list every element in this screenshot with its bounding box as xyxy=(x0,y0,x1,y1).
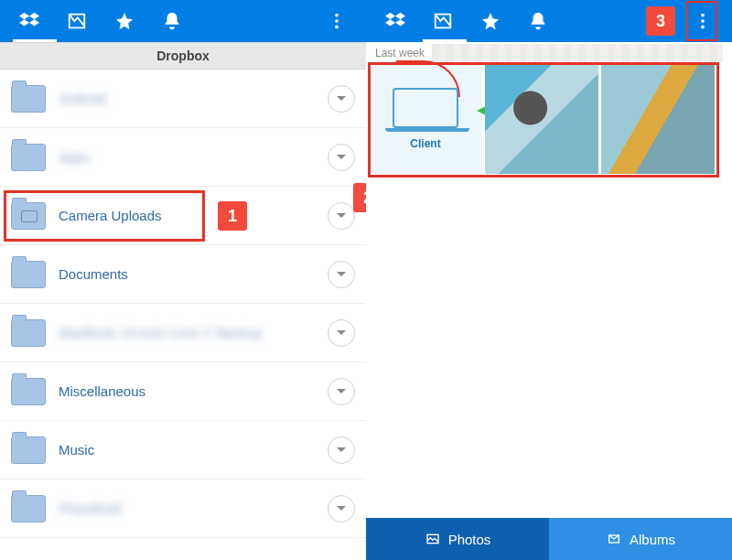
overflow-icon[interactable] xyxy=(313,0,361,42)
folder-row[interactable]: Apps 2 xyxy=(0,128,366,187)
step-badge-3: 3 xyxy=(646,6,675,36)
overflow-icon[interactable] xyxy=(679,0,727,42)
folder-row[interactable]: MacBook 13-inch Core i7 Backup xyxy=(0,304,366,362)
right-screen: 3 Last week Client xyxy=(366,0,732,560)
thumbnail-graffiti-2[interactable] xyxy=(601,64,715,174)
folder-icon xyxy=(11,202,46,230)
folder-icon xyxy=(11,378,46,405)
step-badge-1: 1 xyxy=(218,201,247,231)
folder-label: Camera Uploads xyxy=(59,208,162,223)
dropbox-icon[interactable] xyxy=(371,0,419,42)
folder-label: Music xyxy=(59,442,94,458)
folder-row-camera-uploads[interactable]: Camera Uploads 1 xyxy=(0,187,366,245)
topbar-right: 3 xyxy=(366,0,732,42)
star-icon[interactable] xyxy=(101,0,148,42)
row-overflow-button[interactable] xyxy=(328,85,355,113)
folder-label: Documents xyxy=(59,266,128,282)
folder-icon xyxy=(11,261,46,288)
folder-row[interactable]: Phandroid xyxy=(0,479,366,538)
folder-icon xyxy=(11,436,46,464)
left-screen: Dropbox Android Apps 2 xyxy=(0,0,366,560)
bottom-tabs: Photos Albums xyxy=(366,518,732,560)
photos-tab-icon[interactable] xyxy=(419,0,467,42)
folder-icon xyxy=(11,85,46,113)
svg-point-0 xyxy=(335,14,339,17)
photos-tab-icon[interactable] xyxy=(53,0,101,42)
star-icon[interactable] xyxy=(467,0,514,42)
folder-row[interactable]: Miscellaneous xyxy=(0,362,366,421)
row-overflow-button[interactable] xyxy=(328,319,355,347)
folder-list: Android Apps 2 Camera Uploads xyxy=(0,70,366,560)
svg-point-2 xyxy=(335,26,339,29)
folder-row[interactable]: Music xyxy=(0,421,366,479)
folder-icon xyxy=(11,144,46,171)
folder-row[interactable]: Android xyxy=(0,70,366,128)
thumbnail-client[interactable]: Client xyxy=(369,64,482,174)
highlight-box xyxy=(686,1,717,41)
bell-icon[interactable] xyxy=(148,0,196,42)
date-header-label: Last week xyxy=(375,47,425,59)
section-header: Dropbox xyxy=(0,42,366,70)
svg-point-1 xyxy=(335,19,339,23)
folder-icon xyxy=(11,319,46,347)
row-overflow-button[interactable] xyxy=(328,144,355,171)
folder-label: Android xyxy=(59,91,106,106)
step-badge-2: 2 xyxy=(353,183,366,212)
dropbox-icon[interactable] xyxy=(5,0,53,42)
tab-photos[interactable]: Photos xyxy=(366,518,549,560)
folder-label: MacBook 13-inch Core i7 Backup xyxy=(59,325,263,340)
folder-icon xyxy=(11,495,46,522)
faded-thumb-strip xyxy=(432,44,723,62)
thumbnail-label: Client xyxy=(410,137,440,150)
thumbnail-row: Client xyxy=(366,64,732,174)
row-overflow-button[interactable] xyxy=(328,436,355,464)
laptop-icon xyxy=(393,88,458,128)
folder-label: Miscellaneous xyxy=(59,383,145,399)
tab-label: Albums xyxy=(630,532,675,547)
folder-label: Apps xyxy=(59,149,90,165)
topbar-left xyxy=(0,0,366,42)
row-overflow-button[interactable] xyxy=(328,261,355,288)
folder-label: Phandroid xyxy=(59,501,121,516)
row-overflow-button[interactable] xyxy=(328,495,355,522)
section-title: Dropbox xyxy=(156,48,210,63)
folder-row[interactable]: Documents xyxy=(0,245,366,304)
row-overflow-button[interactable] xyxy=(328,378,355,405)
bell-icon[interactable] xyxy=(514,0,562,42)
tab-label: Photos xyxy=(448,532,491,547)
tab-albums[interactable]: Albums xyxy=(549,518,732,560)
row-overflow-button[interactable] xyxy=(328,202,355,230)
thumbnail-graffiti[interactable] xyxy=(485,64,598,174)
